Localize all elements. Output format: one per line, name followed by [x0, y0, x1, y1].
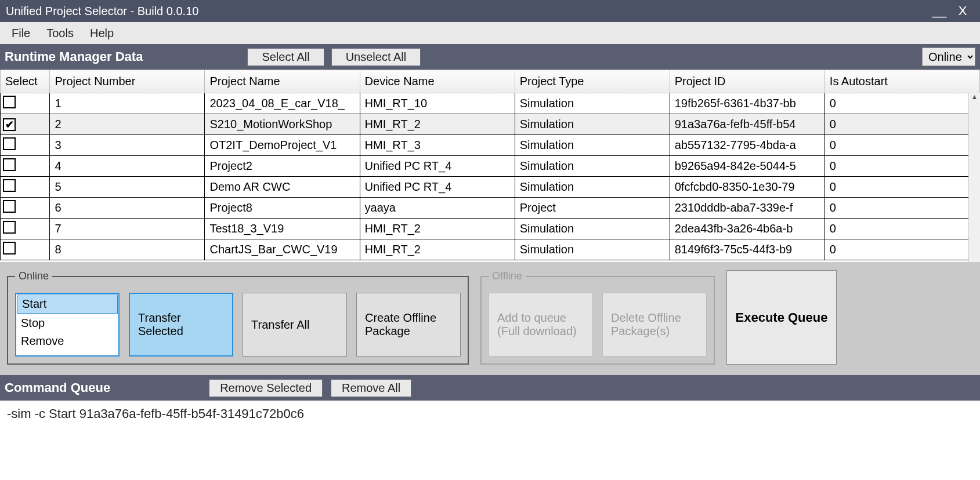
project-grid-wrap: Select Project Number Project Name Devic… [0, 70, 980, 262]
controls-panel: Online Start Stop Remove Transfer Select… [0, 262, 980, 375]
table-row[interactable]: 3OT2IT_DemoProject_V1HMI_RT_3Simulationa… [1, 135, 980, 156]
table-row[interactable]: ✔2S210_MotionWorkShopHMI_RT_2Simulation9… [1, 114, 980, 135]
row-select-cell[interactable] [1, 135, 50, 156]
menu-file[interactable]: File [3, 24, 38, 42]
row-select-cell[interactable]: ✔ [1, 114, 50, 135]
col-project-number[interactable]: Project Number [50, 70, 205, 93]
row-select-cell[interactable] [1, 198, 50, 219]
checkbox-icon[interactable] [3, 158, 16, 171]
select-all-button[interactable]: Select All [247, 48, 324, 66]
cell-project-number: 6 [50, 198, 205, 219]
cell-project-number: 5 [50, 177, 205, 198]
runtime-title: Runtime Manager Data [5, 49, 143, 64]
cell-project-name: ChartJS_Bar_CWC_V19 [205, 239, 360, 260]
cell-is-autostart: 0 [824, 177, 979, 198]
cell-project-name: Project2 [205, 156, 360, 177]
table-row[interactable]: 12023_04_08_E_car_V18_HMI_RT_10Simulatio… [1, 93, 980, 114]
cell-project-name: 2023_04_08_E_car_V18_ [205, 93, 360, 114]
checkbox-icon[interactable] [3, 179, 16, 192]
remove-all-button[interactable]: Remove All [331, 379, 411, 397]
transfer-all-button[interactable]: Transfer All [243, 293, 347, 357]
window-title: Unified Project Selector - Build 0.0.10 [6, 5, 198, 18]
cell-project-name: Project8 [205, 198, 360, 219]
checkbox-icon[interactable] [3, 200, 16, 213]
cell-project-name: S210_MotionWorkShop [205, 114, 360, 135]
delete-offline-button: Delete Offline Package(s) [602, 293, 707, 357]
online-legend: Online [15, 270, 52, 282]
queue-line[interactable]: -sim -c Start 91a3a76a-fefb-45ff-b54f-31… [7, 406, 973, 421]
cell-is-autostart: 0 [824, 198, 979, 219]
cell-project-id: b9265a94-842e-5044-5 [670, 156, 824, 177]
listitem-start[interactable]: Start [17, 294, 118, 314]
cell-is-autostart: 0 [824, 156, 979, 177]
table-row[interactable]: 7Test18_3_V19HMI_RT_2Simulation2dea43fb-… [1, 219, 980, 239]
col-project-id[interactable]: Project ID [670, 70, 824, 93]
create-offline-button[interactable]: Create Offline Package [356, 293, 461, 357]
col-project-type[interactable]: Project Type [515, 70, 670, 93]
checkbox-icon[interactable] [3, 221, 16, 234]
offline-legend: Offline [489, 270, 526, 282]
table-row[interactable]: 8ChartJS_Bar_CWC_V19HMI_RT_2Simulation81… [1, 239, 980, 260]
menu-tools[interactable]: Tools [38, 24, 82, 42]
checkbox-icon[interactable] [3, 137, 16, 150]
cell-project-id: 0fcfcbd0-8350-1e30-79 [670, 177, 824, 198]
execute-queue-button[interactable]: Execute Queue [726, 270, 837, 365]
cell-project-name: Demo AR CWC [205, 177, 360, 198]
remove-selected-button[interactable]: Remove Selected [209, 379, 323, 397]
cell-device-name: yaaya [360, 198, 515, 219]
transfer-selected-button[interactable]: Transfer Selected [129, 293, 233, 357]
cell-project-type: Simulation [515, 135, 670, 156]
table-row[interactable]: 6Project8yaayaProject2310dddb-aba7-339e-… [1, 198, 980, 219]
cell-project-number: 1 [50, 93, 205, 114]
cell-is-autostart: 0 [824, 219, 979, 239]
col-select[interactable]: Select [1, 70, 50, 93]
cell-project-id: 2310dddb-aba7-339e-f [670, 198, 824, 219]
row-select-cell[interactable] [1, 156, 50, 177]
cell-device-name: HMI_RT_10 [360, 93, 515, 114]
mode-select[interactable]: Online [922, 48, 975, 66]
cell-project-name: OT2IT_DemoProject_V1 [205, 135, 360, 156]
row-select-cell[interactable] [1, 93, 50, 114]
row-select-cell[interactable] [1, 239, 50, 260]
grid-header-row: Select Project Number Project Name Devic… [1, 70, 980, 93]
checkbox-icon[interactable] [3, 242, 16, 254]
scroll-up-icon[interactable]: ▲ [969, 93, 980, 104]
row-select-cell[interactable] [1, 219, 50, 239]
cell-project-type: Simulation [515, 219, 670, 239]
table-row[interactable]: 4Project2Unified PC RT_4Simulationb9265a… [1, 156, 980, 177]
cell-is-autostart: 0 [824, 135, 979, 156]
cell-project-number: 7 [50, 219, 205, 239]
listitem-remove[interactable]: Remove [16, 332, 118, 350]
minimize-icon[interactable]: __ [928, 3, 951, 19]
cell-project-number: 2 [50, 114, 205, 135]
col-is-autostart[interactable]: Is Autostart [824, 70, 979, 93]
table-row[interactable]: 5Demo AR CWCUnified PC RT_4Simulation0fc… [1, 177, 980, 198]
offline-group: Offline Add to queue (Full download) Del… [480, 270, 715, 365]
cell-device-name: HMI_RT_3 [360, 135, 515, 156]
cell-project-type: Simulation [515, 239, 670, 260]
col-project-name[interactable]: Project Name [205, 70, 360, 93]
cell-project-type: Project [515, 198, 670, 219]
col-device-name[interactable]: Device Name [360, 70, 515, 93]
listitem-stop[interactable]: Stop [16, 314, 118, 332]
command-queue-list[interactable]: -sim -c Start 91a3a76a-fefb-45ff-b54f-31… [0, 401, 980, 427]
checkbox-icon[interactable] [3, 96, 16, 108]
cell-project-id: 91a3a76a-fefb-45ff-b54 [670, 114, 824, 135]
unselect-all-button[interactable]: Unselect All [331, 48, 421, 66]
cell-is-autostart: 0 [824, 114, 979, 135]
cell-device-name: Unified PC RT_4 [360, 177, 515, 198]
menu-help[interactable]: Help [82, 24, 122, 42]
cell-project-type: Simulation [515, 177, 670, 198]
cell-project-type: Simulation [515, 114, 670, 135]
cell-project-id: 19fb265f-6361-4b37-bb [670, 93, 824, 114]
checkbox-icon[interactable]: ✔ [3, 118, 16, 131]
row-select-cell[interactable] [1, 177, 50, 198]
command-queue-title: Command Queue [5, 380, 110, 395]
grid-scrollbar[interactable]: ▲ [968, 93, 980, 262]
cell-project-name: Test18_3_V19 [205, 219, 360, 239]
close-icon[interactable]: X [951, 3, 974, 19]
project-grid[interactable]: Select Project Number Project Name Devic… [0, 70, 980, 260]
action-listbox[interactable]: Start Stop Remove [15, 293, 120, 357]
cell-project-id: ab557132-7795-4bda-a [670, 135, 824, 156]
cell-device-name: HMI_RT_2 [360, 114, 515, 135]
